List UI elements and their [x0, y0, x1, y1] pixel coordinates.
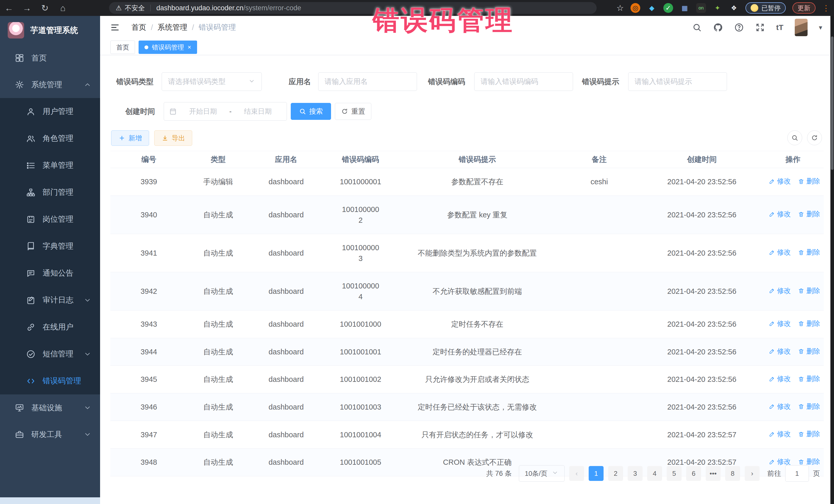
- page-size-select[interactable]: 10条/页: [519, 465, 565, 482]
- delete-link[interactable]: 删除: [798, 176, 820, 186]
- edit-link[interactable]: 修改: [769, 286, 791, 296]
- tab-home[interactable]: 首页: [110, 41, 135, 54]
- edit-link[interactable]: 修改: [769, 319, 791, 329]
- reset-button[interactable]: 重置: [335, 103, 371, 120]
- add-button[interactable]: 新增: [111, 130, 149, 146]
- extension-on-badge-icon[interactable]: on: [696, 3, 706, 13]
- cell-memo: [557, 366, 641, 393]
- edit-link[interactable]: 修改: [769, 346, 791, 356]
- sidebar-item-dict[interactable]: 字典管理: [0, 233, 100, 260]
- sidebar-item-sms[interactable]: 短信管理: [0, 341, 100, 368]
- more-pages-button[interactable]: •••: [706, 466, 721, 481]
- delete-link[interactable]: 删除: [798, 286, 820, 296]
- help-icon[interactable]: [734, 23, 744, 32]
- browser-back-icon[interactable]: ←: [0, 3, 18, 13]
- book-icon: [26, 242, 36, 251]
- font-size-icon[interactable]: tT: [776, 23, 784, 32]
- search-icon[interactable]: [692, 23, 702, 32]
- error-type-select[interactable]: 请选择错误码类型: [162, 72, 262, 91]
- sidebar-item-error-code[interactable]: 错误码管理: [0, 368, 100, 394]
- tab-error-code[interactable]: 错误码管理 ×: [138, 41, 197, 54]
- prev-page-button[interactable]: ‹: [569, 466, 584, 481]
- date-range-picker[interactable]: 开始日期 - 结束日期: [164, 102, 287, 120]
- edit-link[interactable]: 修改: [769, 429, 791, 439]
- page-button-2[interactable]: 2: [608, 466, 623, 481]
- search-button[interactable]: 搜索: [291, 103, 331, 120]
- cell-actions: 修改删除: [762, 393, 824, 421]
- next-page-button[interactable]: ›: [745, 466, 760, 481]
- delete-link[interactable]: 删除: [798, 346, 820, 356]
- app-name-input[interactable]: [318, 72, 417, 91]
- cell-type: 自动生成: [187, 310, 249, 338]
- cell-message: 定时任务已经处于该状态，无需修改: [398, 393, 557, 421]
- browser-reload-icon[interactable]: ↻: [36, 3, 54, 13]
- edit-link[interactable]: 修改: [769, 374, 791, 384]
- delete-link[interactable]: 删除: [798, 319, 820, 329]
- toggle-search-button[interactable]: [787, 130, 802, 145]
- export-button[interactable]: 导出: [154, 130, 192, 146]
- edit-link[interactable]: 修改: [769, 247, 791, 257]
- sidebar-item-menu[interactable]: 菜单管理: [0, 152, 100, 179]
- page-button-8[interactable]: 8: [725, 466, 740, 481]
- sidebar-item-notice[interactable]: 通知公告: [0, 260, 100, 287]
- extension-gem-icon[interactable]: ◆: [647, 3, 657, 13]
- extension-puzzle-icon[interactable]: ❖: [729, 3, 739, 13]
- bookmark-star-icon[interactable]: ☆: [616, 3, 624, 13]
- cell-id: 3948: [110, 448, 187, 476]
- page-button-5[interactable]: 5: [667, 466, 682, 481]
- delete-link[interactable]: 删除: [798, 374, 820, 384]
- sidebar-item-post[interactable]: 岗位管理: [0, 206, 100, 233]
- avatar[interactable]: [795, 19, 808, 36]
- sidebar-item-system[interactable]: 系统管理: [0, 71, 100, 98]
- scrollbar-thumb[interactable]: [831, 37, 833, 170]
- chevron-down-icon[interactable]: ▾: [819, 24, 822, 31]
- edit-link[interactable]: 修改: [769, 209, 791, 219]
- sidebar-item-user[interactable]: 用户管理: [0, 98, 100, 125]
- browser-menu-kebab-icon[interactable]: ⋮: [822, 4, 830, 13]
- extension-check-icon[interactable]: ✓: [663, 3, 673, 13]
- sidebar-item-online-user[interactable]: 在线用户: [0, 313, 100, 341]
- monitor-icon: [15, 403, 24, 412]
- close-icon[interactable]: ×: [188, 44, 191, 51]
- sidebar-item-infra[interactable]: 基础设施: [0, 394, 100, 421]
- extension-key-icon[interactable]: ✦: [712, 3, 722, 13]
- delete-link[interactable]: 删除: [798, 209, 820, 219]
- cell-created: 2021-04-20 23:52:56: [641, 168, 762, 196]
- sidebar-item-dev-tools[interactable]: 研发工具: [0, 421, 100, 448]
- browser-forward-icon[interactable]: →: [18, 3, 36, 13]
- page-button-4[interactable]: 4: [647, 466, 662, 481]
- fullscreen-icon[interactable]: [755, 23, 765, 32]
- cell-type: 自动生成: [187, 448, 249, 476]
- page-button-3[interactable]: 3: [628, 466, 642, 481]
- sidebar-item-home[interactable]: 首页: [0, 45, 100, 71]
- sidebar-item-role[interactable]: 角色管理: [0, 125, 100, 152]
- sidebar-item-audit-log[interactable]: 审计日志: [0, 287, 100, 313]
- error-code-input[interactable]: [474, 72, 573, 91]
- delete-link[interactable]: 删除: [798, 429, 820, 439]
- delete-link[interactable]: 删除: [798, 247, 820, 257]
- goto-page-input[interactable]: [785, 465, 809, 482]
- browser-address-bar[interactable]: ⚠ 不安全 dashboard.yudao.iocoder.cn/system/…: [109, 2, 597, 14]
- github-icon[interactable]: [713, 23, 723, 32]
- breadcrumb-current: 错误码管理: [199, 22, 236, 32]
- browser-update-button[interactable]: 更新: [792, 2, 815, 14]
- error-message-input[interactable]: [628, 72, 727, 91]
- browser-profile-chip[interactable]: 已暂停: [745, 2, 786, 14]
- hamburger-icon[interactable]: [110, 23, 120, 32]
- page-button-6[interactable]: 6: [686, 466, 701, 481]
- sidebar-item-dept[interactable]: 部门管理: [0, 179, 100, 206]
- app-logo-row[interactable]: 芋道管理系统: [0, 16, 100, 45]
- edit-link[interactable]: 修改: [769, 401, 791, 412]
- extension-orange-icon[interactable]: ◎: [631, 3, 640, 13]
- browser-home-icon[interactable]: ⌂: [54, 3, 72, 13]
- vertical-scrollbar[interactable]: [830, 16, 834, 504]
- edit-link[interactable]: 修改: [769, 176, 791, 186]
- breadcrumb-system[interactable]: 系统管理: [158, 22, 187, 32]
- page-button-1[interactable]: 1: [589, 466, 603, 481]
- cell-actions: 修改删除: [762, 338, 824, 366]
- cell-actions: 修改删除: [762, 421, 824, 448]
- breadcrumb-home[interactable]: 首页: [131, 22, 146, 32]
- delete-link[interactable]: 删除: [798, 401, 820, 412]
- extension-grid-icon[interactable]: ▦: [680, 3, 689, 13]
- refresh-button[interactable]: [807, 130, 822, 145]
